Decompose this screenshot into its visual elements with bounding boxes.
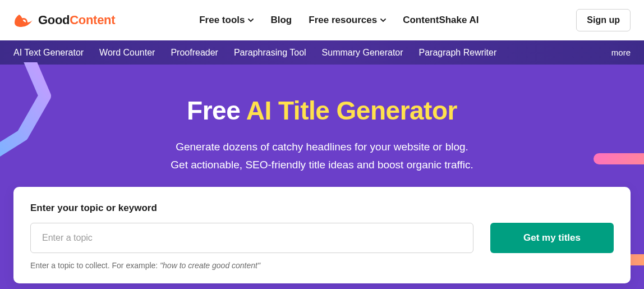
subnav-word-counter[interactable]: Word Counter: [99, 48, 155, 58]
get-titles-button[interactable]: Get my titles: [490, 223, 614, 253]
title-prefix: Free: [187, 96, 246, 125]
hero-desc-line1: Generate dozens of catchy headlines for …: [176, 141, 468, 153]
topic-input-label: Enter your topic or keyword: [30, 203, 614, 214]
logo[interactable]: GoodContent: [13, 12, 115, 28]
subnav-proofreader[interactable]: Proofreader: [171, 48, 218, 58]
nav-free-resources[interactable]: Free resources: [309, 15, 386, 26]
logo-text-content: Content: [70, 13, 115, 27]
hint-prefix: Enter a topic to collect. For example:: [30, 261, 160, 270]
signup-button[interactable]: Sign up: [576, 9, 631, 31]
input-hint: Enter a topic to collect. For example: "…: [30, 261, 614, 270]
top-header: GoodContent Free tools Blog Free resourc…: [0, 0, 644, 40]
hero-desc-line2: Get actionable, SEO-friendly title ideas…: [171, 159, 473, 171]
subnav-summary-generator[interactable]: Summary Generator: [322, 48, 403, 58]
nav-label: Free resources: [309, 15, 377, 26]
logo-text-good: Good: [38, 13, 70, 27]
sub-nav: AI Text Generator Word Counter Proofread…: [0, 40, 644, 65]
chevron-down-icon: [380, 17, 386, 23]
chevron-down-icon: [248, 17, 254, 23]
topic-input[interactable]: [30, 223, 473, 253]
input-card: Enter your topic or keyword Get my title…: [13, 187, 631, 283]
subnav-ai-text-generator[interactable]: AI Text Generator: [13, 48, 84, 58]
nav-label: Free tools: [199, 15, 245, 26]
subnav-more[interactable]: more: [611, 48, 631, 57]
subnav-paragraph-rewriter[interactable]: Paragraph Rewriter: [419, 48, 497, 58]
title-highlight: AI Title Generator: [246, 96, 457, 125]
flame-icon: [13, 12, 34, 28]
nav-blog[interactable]: Blog: [270, 15, 292, 26]
nav-label: ContentShake AI: [403, 15, 479, 26]
input-row: Get my titles: [30, 223, 614, 253]
hero-description: Generate dozens of catchy headlines for …: [0, 138, 644, 175]
nav-free-tools[interactable]: Free tools: [199, 15, 254, 26]
primary-nav: Free tools Blog Free resources ContentSh…: [199, 15, 479, 26]
nav-contentshake[interactable]: ContentShake AI: [403, 15, 479, 26]
page-title: Free AI Title Generator: [0, 95, 644, 126]
subnav-paraphrasing-tool[interactable]: Paraphrasing Tool: [234, 48, 306, 58]
hint-example: "how to create good content": [160, 261, 260, 270]
nav-label: Blog: [270, 15, 292, 26]
